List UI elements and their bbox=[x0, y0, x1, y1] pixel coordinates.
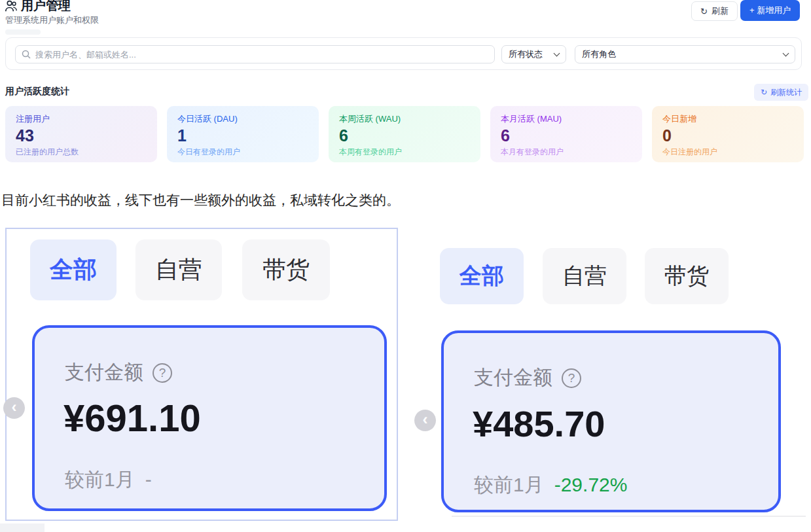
payment-metric-label: 支付金额 ? bbox=[474, 364, 581, 391]
search-icon bbox=[22, 50, 31, 59]
refresh-icon: ↻ bbox=[700, 7, 708, 16]
tab-all-right[interactable]: 全部 bbox=[440, 248, 524, 304]
payment-amount: ¥485.70 bbox=[473, 402, 605, 445]
stats-section-title: 用户活跃度统计 bbox=[5, 86, 69, 98]
stat-card-registered: 注册用户 43 已注册的用户总数 bbox=[5, 106, 157, 162]
tab-label: 带货 bbox=[664, 261, 709, 291]
tab-label: 自营 bbox=[155, 254, 202, 286]
tab-label: 自营 bbox=[562, 261, 607, 291]
stat-label: 今日新增 bbox=[662, 113, 793, 125]
stat-card-new-today: 今日新增 0 今日注册的用户 bbox=[652, 106, 804, 162]
refresh-icon: ↻ bbox=[761, 88, 767, 97]
payment-metric-text: 支付金额 bbox=[65, 359, 143, 386]
note-text: 目前小红书的收益，线下也有一些额外的收益，私域转化之类的。 bbox=[1, 191, 400, 209]
refresh-stats-label: 刷新统计 bbox=[770, 87, 802, 98]
payment-metric-label: 支付金额 ? bbox=[65, 359, 172, 386]
page-subtitle: 管理系统用户账户和权限 bbox=[5, 14, 99, 26]
stat-card-dau: 今日活跃 (DAU) 1 今日有登录的用户 bbox=[167, 106, 319, 162]
chevron-down-icon bbox=[554, 50, 560, 57]
stat-card-mau: 本月活跃 (MAU) 6 本月有登录的用户 bbox=[490, 106, 642, 162]
payment-amount-card-left[interactable]: 支付金额 ? ¥691.10 较前1月 - bbox=[32, 325, 387, 511]
search-input[interactable] bbox=[35, 50, 488, 60]
payment-amount: ¥691.10 bbox=[63, 396, 201, 440]
carousel-prev-button[interactable]: ‹ bbox=[414, 410, 436, 431]
clipped-element-fragment bbox=[5, 29, 41, 35]
payment-amount-card-right[interactable]: 支付金额 ? ¥485.70 较前1月 -29.72% bbox=[441, 330, 781, 512]
filter-toolbar: 所有状态 所有角色 bbox=[5, 37, 802, 70]
search-box[interactable] bbox=[15, 45, 495, 63]
tab-label: 带货 bbox=[262, 254, 310, 286]
compare-label: 较前1月 bbox=[65, 467, 135, 493]
users-icon bbox=[5, 0, 18, 12]
help-icon[interactable]: ? bbox=[562, 368, 581, 388]
stat-value: 0 bbox=[662, 127, 793, 145]
compare-value: -29.72% bbox=[554, 474, 628, 496]
tab-all-left[interactable]: 全部 bbox=[30, 239, 117, 300]
stat-desc: 今日注册的用户 bbox=[662, 147, 793, 158]
stat-value: 1 bbox=[177, 127, 308, 145]
tab-label: 全部 bbox=[50, 254, 97, 286]
stat-value: 43 bbox=[16, 127, 147, 145]
stat-desc: 已注册的用户总数 bbox=[16, 147, 147, 158]
tab-label: 全部 bbox=[460, 261, 504, 291]
chevron-left-icon: ‹ bbox=[423, 412, 428, 427]
page-title: 用户管理 bbox=[21, 0, 71, 14]
add-user-button[interactable]: + 新增用户 bbox=[740, 0, 800, 21]
chevron-left-icon: ‹ bbox=[12, 399, 17, 415]
compare-value: - bbox=[145, 469, 152, 491]
refresh-button-label: 刷新 bbox=[712, 5, 729, 17]
stat-desc: 本月有登录的用户 bbox=[501, 147, 632, 158]
tab-self-operated-left[interactable]: 自营 bbox=[135, 239, 222, 300]
clipped-element-fragment bbox=[0, 523, 45, 532]
stat-desc: 本周有登录的用户 bbox=[339, 147, 470, 158]
stat-card-wau: 本周活跃 (WAU) 6 本周有登录的用户 bbox=[329, 106, 480, 162]
divider bbox=[452, 516, 806, 517]
stat-value: 6 bbox=[501, 127, 632, 145]
help-icon[interactable]: ? bbox=[153, 363, 172, 383]
stat-label: 注册用户 bbox=[16, 113, 147, 125]
stat-label: 今日活跃 (DAU) bbox=[177, 113, 308, 125]
page: 用户管理 管理系统用户账户和权限 ↻ 刷新 + 新增用户 所有状态 所有角色 用… bbox=[0, 0, 811, 532]
status-filter-value: 所有状态 bbox=[509, 48, 543, 60]
tab-self-operated-right[interactable]: 自营 bbox=[543, 248, 626, 304]
payment-metric-text: 支付金额 bbox=[474, 364, 552, 391]
payment-compare: 较前1月 -29.72% bbox=[474, 472, 627, 499]
refresh-stats-button[interactable]: ↻ 刷新统计 bbox=[754, 84, 808, 101]
role-filter-value: 所有角色 bbox=[582, 48, 616, 60]
role-filter-select[interactable]: 所有角色 bbox=[575, 45, 795, 63]
carousel-prev-button[interactable]: ‹ bbox=[3, 397, 25, 419]
chevron-down-icon bbox=[783, 50, 789, 57]
tab-affiliate-right[interactable]: 带货 bbox=[645, 248, 729, 304]
status-filter-select[interactable]: 所有状态 bbox=[501, 45, 566, 63]
tab-affiliate-left[interactable]: 带货 bbox=[242, 239, 330, 300]
stat-label: 本月活跃 (MAU) bbox=[501, 113, 632, 125]
stat-label: 本周活跃 (WAU) bbox=[339, 113, 470, 125]
add-user-button-label: + 新增用户 bbox=[749, 5, 791, 16]
payment-compare: 较前1月 - bbox=[65, 467, 152, 493]
stat-desc: 今日有登录的用户 bbox=[177, 147, 308, 158]
compare-label: 较前1月 bbox=[474, 472, 544, 499]
stat-value: 6 bbox=[339, 127, 470, 145]
refresh-button[interactable]: ↻ 刷新 bbox=[691, 1, 738, 21]
